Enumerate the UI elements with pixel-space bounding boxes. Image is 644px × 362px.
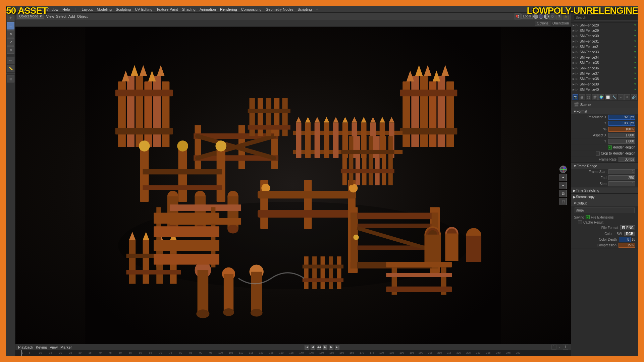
toolbar-cursor[interactable]: ✛ bbox=[7, 14, 14, 21]
viewport-warning-btn[interactable]: ⚠ bbox=[563, 13, 569, 19]
modifier-icon[interactable]: 🔧 bbox=[611, 94, 617, 100]
view-menu[interactable]: View bbox=[50, 345, 58, 349]
outliner-item-sm-fence35[interactable]: ▶ ▷ SM-Fence35 ▼ bbox=[571, 60, 638, 65]
zoom-out-btn[interactable]: − bbox=[559, 182, 567, 189]
options-button[interactable]: Options bbox=[535, 21, 550, 26]
outliner-item-sm-fence28[interactable]: ▶ ▷ SM-Fence28 ▼ bbox=[571, 22, 638, 28]
output-section-header[interactable]: ▼ Output bbox=[571, 200, 638, 206]
toolbar-move[interactable]: ↔ bbox=[7, 22, 14, 29]
tab-shading[interactable]: Shading bbox=[182, 7, 196, 11]
tab-texture-paint[interactable]: Texture Paint bbox=[156, 7, 178, 11]
toggle-perspective-btn[interactable]: ⬚ bbox=[559, 198, 567, 205]
step-back-btn[interactable]: ◀| bbox=[311, 345, 315, 350]
toolbar-scale[interactable]: ⤢ bbox=[7, 38, 14, 46]
play-btn[interactable]: ▶ bbox=[323, 345, 327, 350]
cache-result-checkbox[interactable] bbox=[578, 220, 582, 224]
marker-menu[interactable]: Marker bbox=[60, 345, 72, 349]
outliner-item-sm-fence36[interactable]: ▶ ▷ SM-Fence36 ▼ bbox=[571, 65, 638, 71]
viewport-shading-wireframe[interactable]: ⬡ bbox=[549, 13, 555, 19]
format-section-header[interactable]: ▼ Format bbox=[571, 108, 638, 114]
frame-step-value[interactable]: 1 bbox=[608, 181, 635, 186]
step-forward-btn[interactable]: |▶ bbox=[329, 345, 333, 350]
menu-render-top[interactable]: Render bbox=[29, 7, 41, 11]
outliner-item-sm-fence29[interactable]: ▶ ▷ SM-Fence29 ▼ bbox=[571, 28, 638, 33]
play-reverse-btn[interactable]: ◀◀ bbox=[317, 345, 321, 350]
frame-start-value[interactable]: 1 bbox=[608, 169, 635, 174]
render-props-icon[interactable]: 📷 bbox=[573, 94, 578, 100]
current-frame[interactable]: 1 bbox=[551, 345, 557, 350]
toolbar-measure[interactable]: 📏 bbox=[7, 65, 14, 72]
stereoscopy-header[interactable]: ▶ Stereoscopy bbox=[571, 194, 638, 200]
frame-end-value[interactable]: 250 bbox=[608, 175, 635, 180]
compression-value[interactable]: 15% bbox=[619, 243, 635, 248]
tab-uv-editing[interactable]: UV Editing bbox=[135, 7, 152, 11]
crop-render-region-checkbox-row[interactable]: Crop to Render Region bbox=[596, 152, 635, 156]
render-region-checkbox[interactable]: ✓ bbox=[608, 145, 612, 149]
add-workspace-button[interactable]: + bbox=[316, 7, 319, 12]
viewport-object-menu[interactable]: Object bbox=[77, 14, 88, 18]
aspect-x-value[interactable]: 1.000 bbox=[608, 133, 635, 138]
zoom-in-btn[interactable]: + bbox=[559, 174, 567, 181]
resolution-y-value[interactable]: 1080 px bbox=[608, 121, 635, 126]
tab-modeling[interactable]: Modeling bbox=[97, 7, 112, 11]
tab-sculpting[interactable]: Sculpting bbox=[116, 7, 131, 11]
viewport-shading-rendered[interactable] bbox=[544, 14, 549, 19]
menu-edit[interactable]: Edit bbox=[19, 7, 25, 11]
toolbar-add[interactable]: ⊞ bbox=[7, 75, 14, 82]
menu-help[interactable]: Help bbox=[62, 7, 70, 11]
outliner-item-sm-fence31[interactable]: ▶ ▷ SM-Fence31 ▼ bbox=[571, 39, 638, 44]
object-props-icon[interactable]: ⬜ bbox=[605, 94, 610, 100]
jump-to-end-btn[interactable]: ▶| bbox=[335, 345, 339, 350]
outliner-item-sm-fence38[interactable]: ▶ ▷ SM-Fence38 ▼ bbox=[571, 76, 638, 81]
zoom-fit-btn[interactable]: ⊡ bbox=[559, 190, 567, 197]
outliner-item-sm-fence33[interactable]: ▶ ▷ SM-Fence33 ▼ bbox=[571, 49, 638, 55]
particles-icon[interactable]: ·∙ bbox=[618, 94, 624, 100]
3d-viewport[interactable]: + − ⊡ ⬚ bbox=[15, 27, 571, 344]
tab-animation[interactable]: Animation bbox=[200, 7, 216, 11]
file-extensions-checkbox[interactable]: ✓ bbox=[586, 215, 590, 219]
render-region-checkbox-row[interactable]: ✓ Render Region bbox=[608, 145, 635, 149]
outliner-item-sm-fence32[interactable]: ▶ ▷ SM-Fencer2 ▼ bbox=[571, 44, 638, 49]
toolbar-transform[interactable]: ⊕ bbox=[7, 46, 14, 54]
crop-render-region-checkbox[interactable] bbox=[596, 152, 600, 156]
file-format-button[interactable]: 🖼 PNG bbox=[620, 225, 635, 230]
jump-to-start-btn[interactable]: |◀ bbox=[305, 345, 309, 350]
outliner-search-input[interactable] bbox=[574, 14, 638, 20]
menu-window[interactable]: Window bbox=[45, 7, 58, 11]
outliner-item-sm-fence39[interactable]: ▶ ▷ SM-Fence39 ▼ bbox=[571, 81, 638, 87]
tab-geometry-nodes[interactable]: Geometry Nodes bbox=[266, 7, 293, 11]
frame-rate-value[interactable]: 30 fps bbox=[619, 157, 635, 162]
tab-layout[interactable]: Layout bbox=[82, 7, 93, 11]
tab-scripting[interactable]: Scripting bbox=[298, 7, 312, 11]
toolbar-rotate[interactable]: ↻ bbox=[7, 30, 14, 38]
tab-compositing[interactable]: Compositing bbox=[241, 7, 262, 11]
object-mode-dropdown[interactable]: Object Mode ▼ bbox=[17, 14, 44, 19]
viewport-add-menu[interactable]: Add bbox=[68, 14, 75, 18]
scene-props-icon[interactable]: 🎬 bbox=[592, 94, 598, 100]
viewport-shading-material[interactable] bbox=[539, 14, 543, 19]
output-props-icon[interactable]: 🖨 bbox=[579, 94, 585, 100]
color-depth-16[interactable]: 16 bbox=[632, 238, 635, 241]
viewport-select-menu[interactable]: Select bbox=[56, 14, 66, 18]
outliner-item-sm-fence37[interactable]: ▶ ▷ SM-Fence37 ▼ bbox=[571, 71, 638, 76]
view-layer-icon[interactable]: ⬚ bbox=[586, 94, 591, 100]
world-props-icon[interactable]: 🌍 bbox=[598, 94, 604, 100]
view-axis-gizmo[interactable] bbox=[559, 166, 567, 173]
outliner-item-sm-fence34[interactable]: ▶ ▷ SM-Fence34 ▼ bbox=[571, 55, 638, 60]
toolbar-annotate[interactable]: ✏ bbox=[7, 57, 14, 64]
outliner-item-sm-fence30[interactable]: ▶ ▷ SM-Fence30 ▼ bbox=[571, 33, 638, 39]
frame-range-header[interactable]: ▼ Frame Range bbox=[571, 163, 638, 169]
tab-rendering[interactable]: Rendering bbox=[220, 7, 237, 11]
outliner-item-sm-fence40[interactable]: ▶ ▷ SM-Fence40 ▼ bbox=[571, 87, 638, 92]
constraints-icon[interactable]: 🔗 bbox=[631, 94, 637, 100]
resolution-x-value[interactable]: 1920 px bbox=[608, 115, 635, 120]
time-stretching-header[interactable]: ▶ Time Stretching bbox=[571, 187, 638, 193]
viewport-shading-solid[interactable] bbox=[533, 14, 538, 19]
end-frame[interactable]: 1 bbox=[563, 345, 568, 350]
output-path-input[interactable] bbox=[575, 207, 635, 213]
color-bw-option[interactable]: BW bbox=[614, 232, 624, 236]
keying-menu[interactable]: Keying bbox=[36, 345, 47, 349]
viewport-filter-btn[interactable]: ⚗ bbox=[556, 13, 562, 19]
resolution-pct-value[interactable]: 100% bbox=[608, 127, 635, 132]
physics-icon[interactable]: ⚛ bbox=[624, 94, 630, 100]
